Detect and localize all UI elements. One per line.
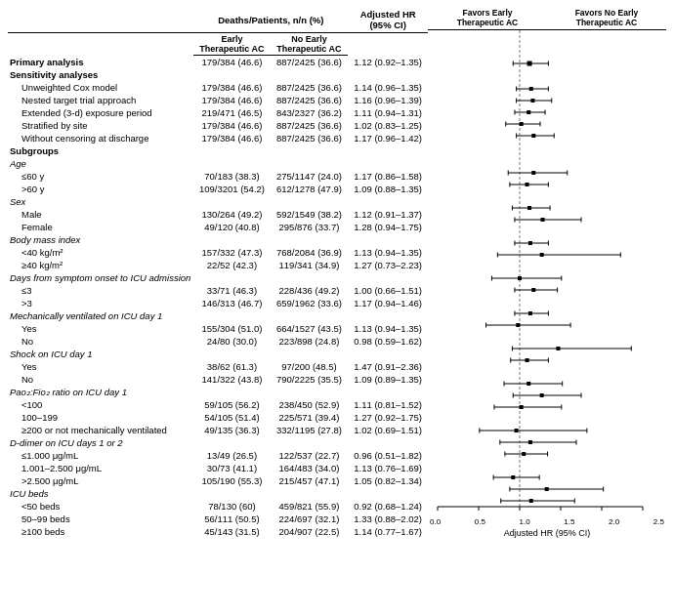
row-hr: 0.92 (0.68–1.24) xyxy=(348,500,428,513)
row-early: 70/183 (38.3) xyxy=(193,170,270,183)
col-header-label xyxy=(8,8,193,33)
svg-rect-59 xyxy=(518,276,522,280)
row-noearly: 225/571 (39.4) xyxy=(271,411,349,424)
forest-plot-panel: Favors EarlyTherapeutic AC Favors No Ear… xyxy=(428,8,666,538)
row-noearly: 238/450 (52.9) xyxy=(271,398,349,411)
row-hr xyxy=(348,233,428,246)
col-header-deaths: Deaths/Patients, n/n (%) xyxy=(193,8,348,33)
row-hr: 1.17 (0.94–1.46) xyxy=(348,297,428,309)
row-early xyxy=(193,68,270,81)
table-row: No24/80 (30.0)223/898 (24.8)0.98 (0.59–1… xyxy=(8,335,428,348)
table-row: Age xyxy=(8,157,428,170)
row-hr: 0.96 (0.51–1.82) xyxy=(348,449,428,462)
row-noearly: 119/341 (34.9) xyxy=(271,259,349,271)
main-container: Deaths/Patients, n/n (%) Adjusted HR(95%… xyxy=(8,8,666,538)
row-label: Pao₂:Fio₂ ratio on ICU day 1 xyxy=(8,386,193,398)
row-early: 30/73 (41.1) xyxy=(193,462,270,474)
svg-rect-107 xyxy=(511,475,515,479)
table-row: Female49/120 (40.8)295/876 (33.7)1.28 (0… xyxy=(8,221,428,233)
row-hr xyxy=(348,271,428,284)
row-label: 100–199 xyxy=(8,411,193,424)
row-early: 56/111 (50.5) xyxy=(193,513,270,525)
row-early: 33/71 (46.3) xyxy=(193,284,270,297)
row-label: Age xyxy=(8,157,193,170)
row-hr: 1.12 (0.92–1.35) xyxy=(348,56,428,69)
svg-rect-79 xyxy=(526,358,529,362)
row-hr: 1.11 (0.94–1.31) xyxy=(348,106,428,119)
axis-tick-25: 2.5 xyxy=(653,517,664,526)
row-noearly xyxy=(271,233,349,246)
row-hr: 1.12 (0.91–1.37) xyxy=(348,208,428,221)
table-row: ≥100 beds45/143 (31.5)204/907 (22.5)1.14… xyxy=(8,525,428,538)
row-early: 78/130 (60) xyxy=(193,500,270,513)
row-label: 50–99 beds xyxy=(8,513,193,525)
table-row: D-dimer on ICU days 1 or 2 xyxy=(8,436,428,449)
favors-early-label: Favors EarlyTherapeutic AC xyxy=(428,8,547,27)
row-early: 157/332 (47.3) xyxy=(193,246,270,259)
row-hr: 1.02 (0.83–1.25) xyxy=(348,119,428,132)
svg-rect-71 xyxy=(516,323,520,327)
favors-noearly-label: Favors No EarlyTherapeutic AC xyxy=(547,8,666,27)
row-early: 49/120 (40.8) xyxy=(193,221,270,233)
row-noearly xyxy=(271,144,349,157)
row-noearly: 223/898 (24.8) xyxy=(271,335,349,348)
row-early xyxy=(193,309,270,322)
table-row: >60 y109/3201 (54.2)612/1278 (47.9)1.09 … xyxy=(8,183,428,195)
row-hr: 0.98 (0.59–1.62) xyxy=(348,335,428,348)
row-hr xyxy=(348,386,428,398)
row-hr xyxy=(348,348,428,360)
table-row: Body mass index xyxy=(8,233,428,246)
axis-title: Adjusted HR (95% CI) xyxy=(428,528,666,538)
table-row: Sex xyxy=(8,195,428,208)
row-early: 179/384 (46.6) xyxy=(193,94,270,106)
row-hr xyxy=(348,436,428,449)
table-row: ICU beds xyxy=(8,487,428,500)
row-noearly: 164/483 (34.0) xyxy=(271,462,349,474)
row-early: 109/3201 (54.2) xyxy=(193,183,270,195)
table-row: Primary analysis179/384 (46.6)887/2425 (… xyxy=(8,56,428,69)
row-noearly: 887/2425 (36.6) xyxy=(271,56,349,69)
row-label: Days from symptom onset to ICU admission xyxy=(8,271,193,284)
row-hr: 1.14 (0.77–1.67) xyxy=(348,525,428,538)
svg-rect-99 xyxy=(528,440,532,444)
row-noearly: 97/200 (48.5) xyxy=(271,360,349,373)
row-early: 59/105 (56.2) xyxy=(193,398,270,411)
row-noearly: 332/1195 (27.8) xyxy=(271,424,349,436)
table-row: >3146/313 (46.7)659/1962 (33.6)1.17 (0.9… xyxy=(8,297,428,309)
row-noearly: 887/2425 (36.6) xyxy=(271,81,349,94)
svg-rect-27 xyxy=(520,122,524,126)
row-hr: 1.17 (0.96–1.42) xyxy=(348,132,428,144)
row-hr xyxy=(348,144,428,157)
row-early: 146/313 (46.7) xyxy=(193,297,270,309)
svg-rect-115 xyxy=(529,499,533,503)
row-early xyxy=(193,157,270,170)
table-row: Nested target trial approach179/384 (46.… xyxy=(8,94,428,106)
svg-rect-19 xyxy=(530,99,534,103)
row-label: Without censoring at discharge xyxy=(8,132,193,144)
row-noearly: 215/457 (47.1) xyxy=(271,474,349,487)
row-label: Stratified by site xyxy=(8,119,193,132)
table-row: Unweighted Cox model179/384 (46.6)887/24… xyxy=(8,81,428,94)
row-hr: 1.17 (0.86–1.58) xyxy=(348,170,428,183)
col-hr-header xyxy=(348,33,428,56)
row-hr xyxy=(348,487,428,500)
forest-svg xyxy=(428,30,653,516)
row-early xyxy=(193,348,270,360)
svg-rect-63 xyxy=(531,288,535,292)
row-hr: 1.27 (0.73–2.23) xyxy=(348,259,428,271)
row-hr: 1.13 (0.94–1.35) xyxy=(348,322,428,335)
row-hr: 1.47 (0.91–2.36) xyxy=(348,360,428,373)
axis-tick-2: 2.0 xyxy=(609,517,619,526)
row-label: No xyxy=(8,373,193,386)
favors-header: Favors EarlyTherapeutic AC Favors No Ear… xyxy=(428,8,666,30)
axis-tick-15: 1.5 xyxy=(564,517,574,526)
row-label: D-dimer on ICU days 1 or 2 xyxy=(8,436,193,449)
table-row: Mechanically ventilated on ICU day 1 xyxy=(8,309,428,322)
row-early: 38/62 (61.3) xyxy=(193,360,270,373)
table-row: Sensitivity analyses xyxy=(8,68,428,81)
row-label: ≥100 beds xyxy=(8,525,193,538)
row-label: Yes xyxy=(8,360,193,373)
row-label: Subgroups xyxy=(8,144,193,157)
svg-rect-75 xyxy=(556,347,560,350)
row-noearly: 295/876 (33.7) xyxy=(271,221,349,233)
